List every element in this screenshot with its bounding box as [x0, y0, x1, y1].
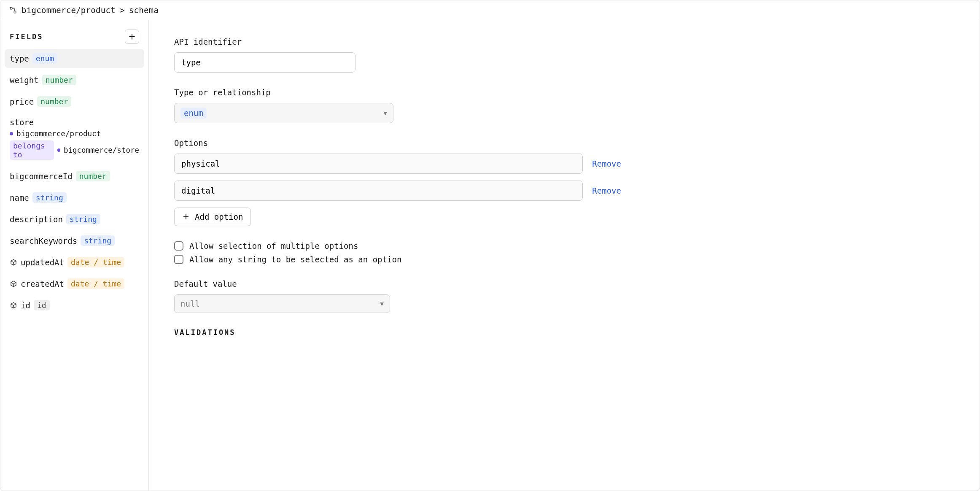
allow-any-string-label: Allow any string to be selected as an op… [189, 255, 401, 264]
options-label: Options [174, 138, 621, 148]
field-item-store[interactable]: storebigcommerce/productbelongs tobigcom… [5, 113, 144, 164]
field-type-badge: id [34, 300, 50, 310]
field-type-badge: enum [32, 53, 57, 64]
type-relationship-label: Type or relationship [174, 88, 621, 97]
chevron-down-icon: ▼ [384, 110, 387, 116]
breadcrumb-page[interactable]: schema [129, 5, 159, 15]
field-item-price[interactable]: pricenumber [5, 92, 144, 111]
remove-option-link[interactable]: Remove [592, 186, 621, 195]
field-item-updatedAt[interactable]: updatedAtdate / time [5, 253, 144, 272]
field-name: id [21, 301, 30, 310]
breadcrumb-model[interactable]: bigcommerce/product [22, 5, 116, 15]
allow-any-string-checkbox[interactable] [174, 255, 183, 264]
dot-icon [10, 132, 13, 135]
svg-rect-1 [14, 11, 16, 13]
allow-multiple-label: Allow selection of multiple options [189, 241, 358, 251]
field-name: type [10, 54, 29, 63]
field-editor: API identifier Type or relationship enum… [149, 20, 980, 491]
field-type-badge: string [32, 192, 67, 203]
rel-from: bigcommerce/product [16, 129, 101, 138]
option-input[interactable] [174, 154, 583, 174]
field-name: name [10, 193, 29, 202]
field-type-badge: date / time [67, 257, 124, 267]
option-row: Remove [174, 181, 621, 201]
field-type-badge: string [66, 214, 100, 224]
fields-sidebar: FIELDS typeenumweightnumberpricenumberst… [0, 20, 149, 491]
rel-to: bigcommerce/store [64, 146, 139, 154]
breadcrumb: bigcommerce/product > schema [0, 0, 980, 20]
add-option-label: Add option [195, 212, 243, 221]
field-name: store [10, 118, 34, 127]
field-item-createdAt[interactable]: createdAtdate / time [5, 274, 144, 293]
dot-icon [57, 148, 60, 152]
field-name: price [10, 97, 34, 106]
add-field-button[interactable] [125, 30, 139, 44]
cube-icon [10, 259, 17, 266]
add-option-button[interactable]: Add option [174, 208, 251, 226]
sidebar-title: FIELDS [10, 32, 43, 41]
api-identifier-input[interactable] [174, 52, 355, 73]
field-item-bigcommerceId[interactable]: bigcommerceIdnumber [5, 167, 144, 186]
cube-icon [10, 302, 17, 309]
field-item-id[interactable]: idid [5, 296, 144, 315]
field-name: bigcommerceId [10, 172, 73, 181]
breadcrumb-sep: > [120, 5, 125, 15]
allow-multiple-checkbox[interactable] [174, 241, 183, 251]
field-type-badge: date / time [67, 278, 124, 289]
rel-label: belongs to [10, 140, 54, 160]
field-item-name[interactable]: namestring [5, 188, 144, 207]
field-type-badge: number [37, 96, 71, 107]
field-type-badge: number [76, 171, 110, 181]
chevron-down-icon: ▼ [380, 300, 384, 307]
type-relationship-select[interactable]: enum ▼ [174, 103, 393, 123]
option-input[interactable] [174, 181, 583, 201]
svg-rect-0 [10, 7, 12, 9]
cube-icon [10, 280, 17, 288]
field-name: description [10, 215, 63, 224]
schema-tree-icon [9, 6, 17, 14]
field-type-badge: number [42, 75, 76, 85]
field-name: updatedAt [21, 258, 64, 267]
default-value-select[interactable]: null ▼ [174, 294, 390, 313]
api-identifier-label: API identifier [174, 37, 621, 46]
type-relationship-value: enum [180, 108, 207, 119]
field-item-weight[interactable]: weightnumber [5, 70, 144, 89]
field-item-searchKeywords[interactable]: searchKeywordsstring [5, 231, 144, 250]
field-type-badge: string [81, 235, 115, 246]
default-value-selected: null [180, 299, 200, 308]
field-item-description[interactable]: descriptionstring [5, 210, 144, 229]
field-name: createdAt [21, 279, 64, 289]
remove-option-link[interactable]: Remove [592, 159, 621, 168]
option-row: Remove [174, 154, 621, 174]
field-item-type[interactable]: typeenum [5, 49, 144, 68]
default-value-label: Default value [174, 279, 621, 289]
field-name: weight [10, 76, 39, 85]
field-name: searchKeywords [10, 236, 77, 246]
validations-heading: VALIDATIONS [174, 328, 954, 337]
